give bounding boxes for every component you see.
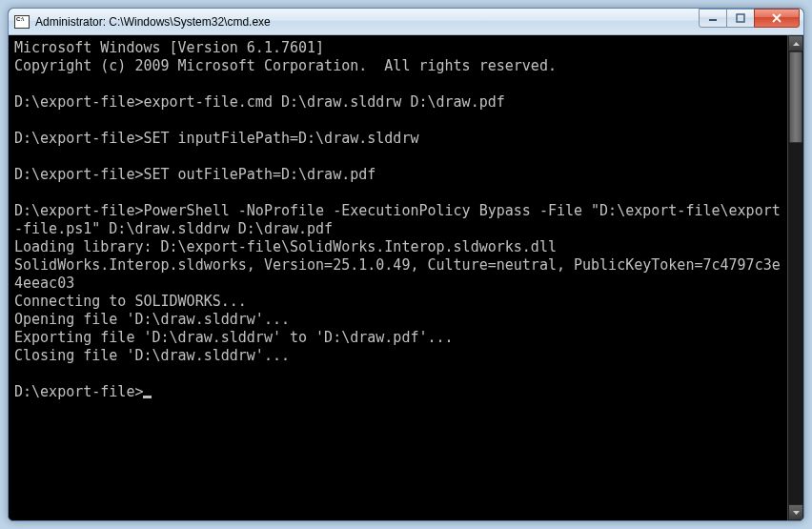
minimize-icon xyxy=(708,13,718,23)
terminal-output[interactable]: Microsoft Windows [Version 6.1.7601] Cop… xyxy=(9,35,787,520)
chevron-down-icon xyxy=(793,511,800,515)
scrollbar-thumb[interactable] xyxy=(789,51,802,143)
scrollbar-track[interactable] xyxy=(788,51,803,504)
cmd-icon: C:\ xyxy=(14,15,30,29)
maximize-button[interactable] xyxy=(726,9,755,28)
terminal-area: Microsoft Windows [Version 6.1.7601] Cop… xyxy=(9,35,803,520)
minimize-button[interactable] xyxy=(699,9,727,28)
scroll-down-button[interactable] xyxy=(788,504,803,520)
chevron-up-icon xyxy=(793,42,800,46)
scroll-up-button[interactable] xyxy=(788,35,803,51)
close-icon xyxy=(771,13,782,23)
maximize-icon xyxy=(736,13,745,23)
scrollbar[interactable] xyxy=(787,35,803,520)
cursor xyxy=(143,396,152,398)
svg-rect-0 xyxy=(709,19,717,21)
window-title: Administrator: C:\Windows\System32\cmd.e… xyxy=(35,15,700,29)
command-prompt-window: C:\ Administrator: C:\Windows\System32\c… xyxy=(8,8,804,521)
titlebar[interactable]: C:\ Administrator: C:\Windows\System32\c… xyxy=(9,9,803,35)
close-button[interactable] xyxy=(754,9,800,28)
svg-rect-1 xyxy=(737,14,744,22)
window-controls xyxy=(700,9,800,28)
